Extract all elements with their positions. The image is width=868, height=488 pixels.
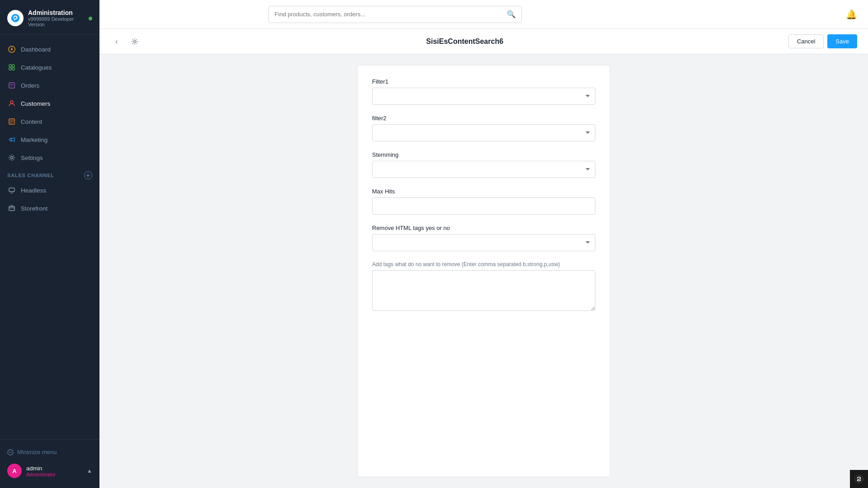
search-bar: 🔍 bbox=[269, 6, 522, 23]
minimize-menu-label: Minimize menu bbox=[17, 449, 57, 455]
back-button[interactable]: ‹ bbox=[110, 35, 123, 48]
sidebar-item-headless[interactable]: Headless bbox=[0, 181, 99, 199]
orders-icon bbox=[7, 81, 16, 90]
topbar: 🔍 🔔 bbox=[99, 0, 868, 29]
marketing-icon bbox=[7, 135, 16, 144]
max-hits-label: Max Hits bbox=[372, 188, 595, 195]
topbar-right: 🔔 bbox=[846, 9, 857, 20]
svg-point-1 bbox=[14, 19, 15, 20]
user-avatar: A bbox=[7, 464, 22, 478]
add-sales-channel-button[interactable]: + bbox=[84, 171, 92, 179]
svg-rect-6 bbox=[9, 68, 11, 70]
logo-text: Administration v9999999 Developer Versio… bbox=[28, 9, 84, 27]
sidebar-bottom: Minimize menu A admin Administrator ▲ bbox=[0, 439, 99, 488]
sales-channel-label: Sales Channel bbox=[7, 173, 54, 178]
sales-channel-header: Sales Channel + bbox=[0, 167, 99, 181]
filter1-select[interactable] bbox=[372, 88, 595, 105]
add-tags-group: Add tags what do no want to remove (Ente… bbox=[372, 261, 595, 311]
user-info: admin Administrator bbox=[26, 465, 82, 477]
filter1-label: Filter1 bbox=[372, 78, 595, 85]
filter2-group: filter2 bbox=[372, 115, 595, 141]
sidebar-item-catalogues[interactable]: Catalogues bbox=[0, 58, 99, 76]
svg-point-9 bbox=[10, 101, 13, 103]
sidebar-item-storefront[interactable]: Storefront bbox=[0, 199, 99, 217]
minimize-menu-button[interactable]: Minimize menu bbox=[0, 445, 99, 459]
search-input[interactable] bbox=[274, 11, 503, 18]
sidebar-item-dashboard[interactable]: Dashboard bbox=[0, 40, 99, 58]
cancel-button[interactable]: Cancel bbox=[788, 34, 824, 48]
sidebar-item-marketing[interactable]: Marketing bbox=[0, 131, 99, 149]
customers-icon bbox=[7, 99, 16, 108]
filter2-select[interactable] bbox=[372, 124, 595, 141]
sidebar-item-orders-label: Orders bbox=[21, 82, 39, 89]
sidebar-item-headless-label: Headless bbox=[21, 187, 46, 194]
sidebar: Administration v9999999 Developer Versio… bbox=[0, 0, 99, 488]
main-area: 🔍 🔔 ‹ SisiEsContentSearch6 Cancel Save F… bbox=[99, 0, 868, 488]
content-area: Filter1 filter2 Stemming Max Hits bbox=[99, 54, 868, 488]
app-version: v9999999 Developer Version bbox=[28, 16, 84, 27]
app-title: Administration bbox=[28, 9, 84, 16]
svg-rect-5 bbox=[12, 65, 14, 67]
notification-icon[interactable]: 🔔 bbox=[846, 9, 857, 20]
sidebar-item-orders[interactable]: Orders bbox=[0, 76, 99, 94]
user-chevron-icon: ▲ bbox=[87, 468, 92, 474]
svg-point-15 bbox=[134, 40, 136, 42]
remove-html-group: Remove HTML tags yes or no bbox=[372, 225, 595, 251]
page-header: ‹ SisiEsContentSearch6 Cancel Save bbox=[99, 29, 868, 54]
sidebar-item-customers-label: Customers bbox=[21, 100, 50, 107]
svg-point-3 bbox=[11, 48, 13, 50]
save-button[interactable]: Save bbox=[827, 34, 857, 48]
user-role: Administrator bbox=[26, 472, 82, 477]
max-hits-input[interactable] bbox=[372, 197, 595, 215]
remove-html-label: Remove HTML tags yes or no bbox=[372, 225, 595, 231]
svg-rect-12 bbox=[9, 188, 14, 192]
svg-point-0 bbox=[11, 14, 19, 22]
max-hits-group: Max Hits bbox=[372, 188, 595, 215]
online-indicator bbox=[89, 17, 92, 20]
filter1-group: Filter1 bbox=[372, 78, 595, 105]
settings-icon bbox=[7, 153, 16, 162]
user-section[interactable]: A admin Administrator ▲ bbox=[0, 459, 99, 483]
add-tags-label: Add tags what do no want to remove (Ente… bbox=[372, 261, 595, 267]
page-settings-button[interactable] bbox=[128, 35, 141, 48]
search-icon: 🔍 bbox=[507, 10, 516, 19]
stemming-group: Stemming bbox=[372, 151, 595, 178]
headless-icon bbox=[7, 186, 16, 195]
stemming-label: Stemming bbox=[372, 151, 595, 158]
form-card: Filter1 filter2 Stemming Max Hits bbox=[357, 65, 610, 477]
sidebar-item-settings[interactable]: Settings bbox=[0, 149, 99, 167]
dashboard-icon bbox=[7, 45, 16, 54]
header-actions: Cancel Save bbox=[788, 34, 857, 48]
sidebar-logo: Administration v9999999 Developer Versio… bbox=[0, 0, 99, 35]
content-icon bbox=[7, 117, 16, 126]
sidebar-item-storefront-label: Storefront bbox=[21, 205, 47, 212]
svg-rect-4 bbox=[9, 65, 11, 67]
symfony-toolbar[interactable] bbox=[850, 470, 868, 488]
sidebar-item-customers[interactable]: Customers bbox=[0, 94, 99, 113]
sidebar-item-content-label: Content bbox=[21, 118, 42, 125]
sidebar-nav: Dashboard Catalogues Orders bbox=[0, 35, 99, 439]
filter2-label: filter2 bbox=[372, 115, 595, 122]
svg-point-11 bbox=[11, 157, 13, 159]
sidebar-item-catalogues-label: Catalogues bbox=[21, 64, 52, 71]
storefront-icon bbox=[7, 204, 16, 213]
svg-rect-7 bbox=[12, 68, 14, 70]
add-tags-textarea[interactable] bbox=[372, 270, 595, 311]
sidebar-item-dashboard-label: Dashboard bbox=[21, 46, 51, 53]
svg-rect-8 bbox=[9, 83, 14, 88]
svg-rect-13 bbox=[9, 206, 14, 211]
logo-icon bbox=[7, 10, 24, 26]
page-title: SisiEsContentSearch6 bbox=[146, 38, 783, 46]
user-name: admin bbox=[26, 465, 82, 472]
remove-html-select[interactable] bbox=[372, 234, 595, 251]
sidebar-item-content[interactable]: Content bbox=[0, 113, 99, 131]
sidebar-item-settings-label: Settings bbox=[21, 155, 43, 161]
catalogues-icon bbox=[7, 63, 16, 72]
stemming-select[interactable] bbox=[372, 161, 595, 178]
sidebar-item-marketing-label: Marketing bbox=[21, 136, 47, 143]
user-initial: A bbox=[12, 468, 16, 474]
